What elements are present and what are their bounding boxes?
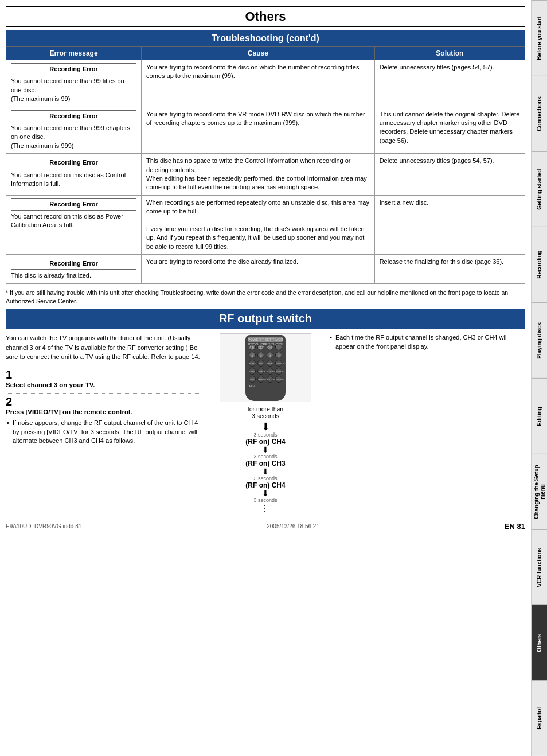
error-title-box: Recording Error [11,63,136,75]
cause-cell: You are trying to record onto the disc o… [142,60,375,107]
cause-cell: You are trying to record onto the VR mod… [142,107,375,154]
solution-cell: This unit cannot delete the original cha… [374,107,525,154]
error-title-box: Recording Error [11,258,136,270]
cause-cell: You are trying to record onto the disc a… [142,255,375,284]
troubleshooting-header: Troubleshooting (cont'd) [6,30,525,46]
rf-left-text: You can watch the TV programs with the t… [6,333,202,514]
rf-content: You can watch the TV programs with the t… [6,333,525,514]
right-tab-recording[interactable]: Recording [532,227,547,302]
right-tab-getting-started[interactable]: Getting started [532,151,547,227]
col-header-solution: Solution [374,47,525,60]
page-title: Others [6,6,525,27]
page-bottom: E9A10UD_DVR90VG.indd 81 2005/12/26 18:56… [6,520,525,531]
right-tab-vcr-functions[interactable]: VCR functions [532,529,547,605]
col-header-error: Error message [6,47,142,60]
right-tab-editing[interactable]: Editing [532,378,547,454]
for-more-label: for more than3 seconds [248,406,283,419]
date-info: 2005/12/26 18:56:21 [267,523,319,529]
table-row: Recording ErrorThis disc is already fina… [6,255,142,284]
table-row: Recording ErrorYou cannot record on this… [6,154,142,196]
error-description: You cannot record on this disc as Contro… [11,171,136,189]
solution-cell: Delete unnecessary titles (pages 54, 57)… [374,60,525,107]
right-tab-changing-the-setup-menu[interactable]: Changing the Setup menu [532,454,547,529]
cause-cell: This disc has no space to write the Cont… [142,154,375,196]
rf-section-header: RF output switch [6,309,525,329]
remote-illustration: POWER T-SET TIMER PROG. OPEN/CLOSE A-B-C… [220,333,311,402]
rf-right-text: Each time the RF output channel is chang… [329,333,525,514]
table-row: Recording ErrorYou cannot record on this… [6,195,142,254]
step2-number: 2 [6,396,202,407]
rf-diagram: POWER T-SET TIMER PROG. OPEN/CLOSE A-B-C… [208,333,323,514]
right-tab-español[interactable]: Español [532,680,547,756]
page-number: EN 81 [505,522,525,531]
right-tab-playing-discs[interactable]: Playing discs [532,302,547,378]
step2-label: Press [VIDEO/TV] on the remote control. [6,407,202,417]
step1-label: Select channel 3 on your TV. [6,380,202,390]
rf-intro-text: You can watch the TV programs with the t… [6,333,202,362]
error-description: This disc is already finalized. [11,271,136,280]
table-row: Recording ErrorYou cannot record more th… [6,60,142,107]
error-description: You cannot record on this disc as Power … [11,212,136,230]
rf-right-bullet: Each time the RF output channel is chang… [329,333,525,351]
trouble-table: Error message Cause Solution Recording E… [6,46,525,284]
solution-cell: Release the finalizing for this disc (pa… [374,255,525,284]
right-tab-before-you-start[interactable]: Before you start [532,0,547,76]
step1-number: 1 [6,369,202,380]
error-description: You cannot record more than 999 chapters… [11,124,136,150]
cause-cell: When recordings are performed repeatedly… [142,195,375,254]
error-description: You cannot record more than 99 titles on… [11,77,136,103]
step2-bullet: If noise appears, change the RF output c… [6,419,202,445]
solution-cell: Delete unnecessary titles (pages 54, 57)… [374,154,525,196]
right-tab-connections[interactable]: Connections [532,76,547,151]
right-tabs: Before you startConnectionsGetting start… [531,0,547,756]
error-title-box: Recording Error [11,157,136,169]
col-header-cause: Cause [142,47,375,60]
error-title-box: Recording Error [11,110,136,122]
rf-flow-diagram: ⬇ 3 seconds (RF on) CH4 ⬇ 3 seconds (RF … [245,422,285,514]
footnote: * If you are still having trouble with t… [6,289,525,305]
solution-cell: Insert a new disc. [374,195,525,254]
error-title-box: Recording Error [11,198,136,211]
table-row: Recording ErrorYou cannot record more th… [6,107,142,154]
file-info: E9A10UD_DVR90VG.indd 81 [6,523,81,529]
right-tab-others[interactable]: Others [532,605,547,680]
